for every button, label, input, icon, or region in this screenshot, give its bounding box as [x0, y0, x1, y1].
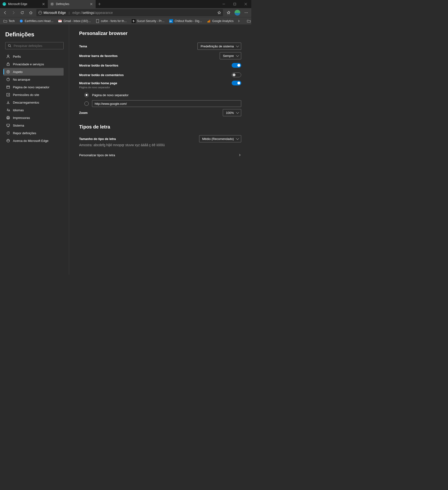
svg-point-6	[247, 12, 248, 13]
section-fonts-title: Tipos de letra	[79, 124, 241, 130]
profile-avatar[interactable]	[235, 10, 240, 16]
forward-button[interactable]	[9, 9, 18, 17]
address-url: edge://settings/appearance	[72, 11, 113, 15]
toggle-favbtn[interactable]	[232, 63, 241, 68]
sidebar-title: Definições	[5, 31, 64, 38]
bookmark-earthfiles[interactable]: Earthfiles.com Head…	[17, 18, 55, 24]
favorites-button[interactable]	[224, 9, 233, 17]
radio-custom-url[interactable]	[85, 101, 89, 106]
chevron-right-icon	[238, 154, 241, 157]
svg-point-1	[51, 3, 53, 5]
printer-icon	[6, 116, 10, 120]
reset-icon	[6, 131, 10, 135]
address-bar[interactable]: Microsoft Edge | edge://settings/appeara…	[36, 9, 223, 16]
dropdown-favbar[interactable]: Sempre	[220, 52, 241, 59]
sublabel-home: Página de novo separador	[79, 86, 241, 89]
svg-rect-27	[7, 118, 9, 119]
window-controls	[218, 0, 251, 8]
tab-settings[interactable]: Definições	[48, 0, 96, 8]
search-input[interactable]	[14, 44, 61, 48]
close-icon[interactable]	[89, 2, 93, 6]
site-icon	[19, 19, 23, 23]
radio-newtab-label: Página de novo separador	[92, 93, 129, 97]
nav-privacy[interactable]: Privacidade e serviços	[3, 60, 64, 68]
nav-newtab[interactable]: Página de novo separador	[3, 83, 64, 91]
bookmark-chillout[interactable]: DI Chillout Radio - Dig…	[167, 18, 204, 24]
bookmarks-overflow[interactable]	[237, 20, 240, 23]
titlebar: Microsoft Edge Definições	[0, 0, 251, 8]
refresh-button[interactable]	[18, 9, 26, 17]
other-favorites[interactable]: Outros favoritos	[245, 18, 251, 24]
settings-sidebar: Definições Perfis Privacidade e serviços…	[0, 24, 69, 275]
toggle-home[interactable]	[232, 81, 241, 85]
nav-printers[interactable]: Impressoras	[3, 114, 64, 122]
label-fontsize: Tamanho do tipo de letra	[79, 137, 116, 141]
row-favbar: Mostrar barra de favoritos Sempre	[79, 51, 241, 61]
minimize-button[interactable]	[218, 0, 229, 8]
radio-newtab[interactable]	[85, 93, 89, 97]
row-favbtn: Mostrar botão de favoritos	[79, 61, 241, 70]
svg-rect-14	[208, 21, 208, 23]
row-home: Mostrar botão home page	[79, 80, 241, 86]
dropdown-zoom[interactable]: 100%	[223, 109, 241, 116]
tab-edge[interactable]: Microsoft Edge	[0, 0, 48, 8]
svg-point-20	[7, 70, 9, 73]
maximize-button[interactable]	[229, 0, 240, 8]
nav-about[interactable]: Acerca do Microsoft Edge	[3, 137, 64, 145]
close-icon[interactable]	[42, 2, 45, 6]
settings-content: Personalizar browser Tema Predefinição d…	[69, 24, 251, 275]
svg-point-21	[8, 71, 8, 72]
power-icon	[6, 78, 10, 81]
radio-row-url	[79, 99, 241, 108]
settings-nav: Perfis Privacidade e serviços Aspeto No …	[3, 53, 64, 145]
bookmark-tech[interactable]: Tech	[1, 18, 17, 24]
back-button[interactable]	[1, 9, 9, 17]
bookmark-gmail[interactable]: Gmail - Inbox (192)…	[56, 18, 93, 24]
nav-startup[interactable]: No arranque	[3, 76, 64, 83]
dropdown-theme[interactable]: Predefinição de sistema	[197, 43, 241, 50]
row-fontsize: Tamanho do tipo de letra Médio (Recomend…	[79, 135, 241, 143]
sucuri-icon: S	[132, 19, 135, 23]
svg-point-5	[246, 12, 246, 13]
nav-site-permissions[interactable]: Permissões do site	[3, 91, 64, 99]
nav-profiles[interactable]: Perfis	[3, 53, 64, 60]
label-theme: Tema	[79, 44, 87, 48]
label-customize-fonts: Personalizar tipos de letra	[79, 153, 115, 157]
row-feedback: Mostrar botão de comentários	[79, 70, 241, 80]
tab-label: Microsoft Edge	[8, 2, 40, 6]
new-tab-button[interactable]	[96, 0, 103, 8]
nav-reset[interactable]: Repor definições	[3, 129, 64, 137]
radio-row-newtab: Página de novo separador	[79, 91, 241, 99]
row-theme: Tema Predefinição de sistema	[79, 41, 241, 51]
permissions-icon	[6, 93, 10, 97]
nav-system[interactable]: Sistema	[3, 122, 64, 129]
menu-button[interactable]	[242, 9, 250, 17]
page-icon	[96, 19, 100, 23]
bookmark-cufon[interactable]: cufón - fonts for th…	[94, 18, 129, 24]
analytics-icon	[207, 19, 211, 23]
search-settings[interactable]	[5, 42, 64, 49]
toggle-feedback[interactable]	[232, 72, 241, 77]
search-icon	[8, 44, 11, 47]
download-icon	[6, 100, 10, 104]
home-button[interactable]	[27, 9, 35, 17]
dropdown-fontsize[interactable]: Médio (Recomendado)	[199, 135, 241, 142]
favorite-icon[interactable]	[217, 11, 221, 15]
nav-languages[interactable]: Idiomas	[3, 106, 64, 114]
homepage-url-input[interactable]	[92, 100, 241, 107]
row-customize-fonts[interactable]: Personalizar tipos de letra	[79, 150, 241, 160]
font-sample: Amostra: abcdefg hijkl mnopqr stuvw xyz …	[79, 143, 241, 147]
svg-rect-19	[7, 64, 9, 66]
svg-rect-2	[234, 3, 236, 5]
nav-appearance[interactable]: Aspeto	[3, 68, 64, 76]
nav-downloads[interactable]: Descarregamentos	[3, 99, 64, 106]
bookmarks-bar: Tech Earthfiles.com Head… Gmail - Inbox …	[0, 17, 251, 24]
folder-icon	[3, 19, 7, 23]
bookmark-sucuri[interactable]: S Sucuri Security - Pr…	[130, 18, 166, 24]
bookmark-analytics[interactable]: Google Analytics	[205, 18, 236, 24]
person-icon	[6, 54, 10, 58]
tab-label: Definições	[56, 2, 87, 6]
appearance-icon	[6, 70, 10, 74]
close-window-button[interactable]	[240, 0, 251, 8]
system-icon	[6, 123, 10, 127]
